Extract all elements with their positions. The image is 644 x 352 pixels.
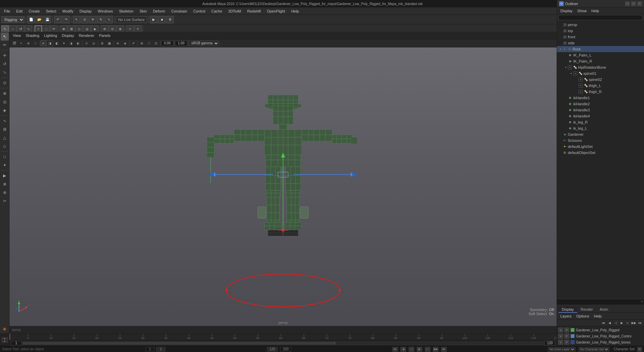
redo-btn[interactable]: ↷ (62, 16, 70, 23)
vp-colorspace-select[interactable]: sRGB gamma (189, 41, 219, 46)
outliner-help-menu[interactable]: Help (589, 8, 601, 14)
tree-expand-Root[interactable]: + (562, 47, 566, 51)
camera-btn[interactable]: □ (1, 153, 9, 161)
transport-prev-btn[interactable]: ⏮ (601, 320, 606, 326)
tree-item-defaultLightSet[interactable]: ✦defaultLightSet (557, 144, 644, 150)
cloth-btn[interactable]: ◎ (1, 98, 9, 106)
layer-p-btn-layer2[interactable]: P (564, 334, 569, 338)
layer-item-layer1[interactable]: VPGardener_Low_Poly_Rigged (557, 327, 644, 333)
outliner-tree[interactable]: 🎥persp🎥top🎥front🎥side▾+□Root⊕IK_Palm_L⊕I… (557, 21, 644, 299)
tree-item-top[interactable]: 🎥top (557, 28, 644, 34)
display-vp-menu[interactable]: Display (60, 33, 76, 38)
tree-item-ikHandle3[interactable]: ⊕ikHandle3 (557, 107, 644, 113)
tab-anim[interactable]: Anim (596, 307, 611, 313)
menu-item-select[interactable]: Select (43, 8, 59, 14)
tree-expand-HipRotationBone[interactable]: + (568, 65, 572, 69)
vp-hud-btn[interactable]: ▦ (106, 40, 113, 47)
tree-arrow-HipRotationBone[interactable]: ▾ (564, 65, 568, 69)
menu-item-file[interactable]: File (1, 8, 13, 14)
paint-left-btn[interactable]: ✏ (1, 41, 9, 49)
menu-item-constrain[interactable]: Constrain (169, 8, 190, 14)
transport-end-btn[interactable]: ⏭ (637, 320, 643, 326)
scale-btn[interactable]: ⤡ (105, 16, 113, 23)
curve-btn[interactable]: ∿ (1, 117, 9, 125)
tree-item-ikHandle4[interactable]: ⊕ikHandle4 (557, 113, 644, 119)
tree-item-side[interactable]: 🎥side (557, 40, 644, 46)
tree-item-persp[interactable]: 🎥persp (557, 22, 644, 28)
outliner-display-menu[interactable]: Display (558, 8, 575, 14)
scale-left-btn[interactable]: ⤡ (1, 68, 9, 76)
menu-item-modify[interactable]: Modify (60, 8, 76, 14)
vp-res-btn[interactable]: ⊞ (138, 40, 145, 47)
move-btn[interactable]: ✛ (89, 16, 96, 23)
menu-item-3dtoall[interactable]: 3DToAll (226, 8, 244, 14)
undo-btn[interactable]: ↶ (54, 16, 62, 23)
timeline-ruler-bar[interactable]: 1510152025303540455055606570758085909510… (9, 334, 557, 340)
tree-item-spine01[interactable]: ▾+🦴spine01 (557, 70, 644, 76)
paint-skin-btn[interactable]: ⊗ (1, 180, 9, 188)
tree-item-front[interactable]: 🎥front (557, 34, 644, 40)
vp-iso-btn[interactable]: ⊙ (83, 40, 90, 47)
subdiv-btn[interactable]: ◇ (1, 142, 9, 150)
view-menu[interactable]: View (11, 33, 23, 38)
outliner-maximize-btn[interactable]: □ (631, 1, 636, 6)
vp-shaded-btn[interactable]: ◨ (46, 40, 53, 47)
tree-item-ikHandle2[interactable]: ⊕ikHandle2 (557, 101, 644, 107)
tree-item-thigh_L[interactable]: +🦴thigh_L (557, 83, 644, 89)
layer-item-layer2[interactable]: VPGardener_Low_Poly_Rigged_Contro (557, 333, 644, 339)
tree-item-defaultObjectSet[interactable]: ⊞defaultObjectSet (557, 150, 644, 156)
fur-btn[interactable]: ◈ (1, 106, 9, 114)
select-left-btn[interactable]: ↖ (1, 32, 9, 41)
end-frame-input[interactable] (544, 341, 555, 346)
vp-xray-btn[interactable]: ◎ (90, 40, 97, 47)
menu-item-display[interactable]: Display (77, 8, 94, 14)
bottom-transport-start[interactable]: ⏮ (392, 347, 398, 352)
bottom-transport-prev[interactable]: ◀ (401, 347, 406, 352)
menu-item-deform[interactable]: Deform (150, 8, 168, 14)
anim-layer-select[interactable]: No Anim Layer (548, 347, 576, 352)
viewport-canvas[interactable]: .wire { fill: none; stroke: #5a8a5a; str… (9, 47, 557, 326)
menu-item-skeleton[interactable]: Skeleton (116, 8, 136, 14)
menu-item-create[interactable]: Create (26, 8, 43, 14)
tree-expand-spine01[interactable]: + (573, 71, 577, 75)
move-left-btn[interactable]: ✛ (1, 51, 9, 60)
menu-item-windows[interactable]: Windows (95, 8, 116, 14)
transport-back-btn[interactable]: ◀ (607, 320, 612, 326)
bottom-transport-next[interactable]: ▷ (425, 347, 430, 352)
save-btn[interactable]: 💾 (44, 16, 51, 23)
options-menu[interactable]: Options (574, 313, 591, 319)
render-left-btn[interactable]: ▶ (1, 172, 9, 180)
render-view-btn[interactable]: ▶ (150, 16, 157, 23)
vp-snap-btn[interactable]: ⊕ (25, 40, 32, 47)
vp-light-btn[interactable]: ✦ (61, 40, 67, 47)
current-frame-input[interactable] (11, 341, 22, 346)
outliner-search-input[interactable] (558, 15, 643, 20)
outliner-scroll-bar[interactable]: ▼ (557, 299, 644, 304)
render-settings-btn[interactable]: ⚙ (166, 16, 174, 23)
menu-item-control[interactable]: Control (191, 8, 208, 14)
range-end-bottom[interactable] (280, 347, 291, 352)
tree-item-Root[interactable]: ▾+□Root (557, 46, 644, 52)
rotate-btn[interactable]: ↻ (97, 16, 105, 23)
vp-cam-btn[interactable]: 🎬 (11, 40, 18, 47)
bottom-transport-play[interactable]: ▶ (417, 347, 422, 352)
vp-select-btn[interactable]: ↖ (18, 40, 25, 47)
vp-exposure-input[interactable] (161, 41, 173, 46)
new-scene-btn[interactable]: 📄 (27, 16, 35, 23)
vp-grid-btn[interactable]: ⊞ (99, 40, 106, 47)
mode-selector[interactable]: Rigging (1, 16, 24, 23)
menu-item-cache[interactable]: Cache (209, 8, 225, 14)
bottom-settings-btn[interactable]: ⚙ (637, 347, 642, 352)
tree-arrow-spine01[interactable]: ▾ (569, 71, 573, 75)
outliner-show-menu[interactable]: Show (575, 8, 589, 14)
layer-v-btn-layer3[interactable]: V (558, 340, 563, 345)
vp-ao-btn[interactable]: ◐ (75, 40, 82, 47)
bottom-transport-end[interactable]: ⏭ (441, 347, 447, 352)
tree-expand-spine02[interactable]: + (579, 78, 583, 82)
show-manip-btn[interactable]: ⊙ (1, 79, 9, 87)
tree-item-Gardener[interactable]: ◈Gardener (557, 131, 644, 137)
transport-prev2-btn[interactable]: ◁ (613, 320, 618, 326)
layer-item-layer3[interactable]: VPGardener_Low_Poly_Rigged_bones (557, 339, 644, 345)
playback-end-bottom[interactable] (267, 347, 278, 352)
timeline-up-btn[interactable]: ▲ (1, 337, 8, 340)
